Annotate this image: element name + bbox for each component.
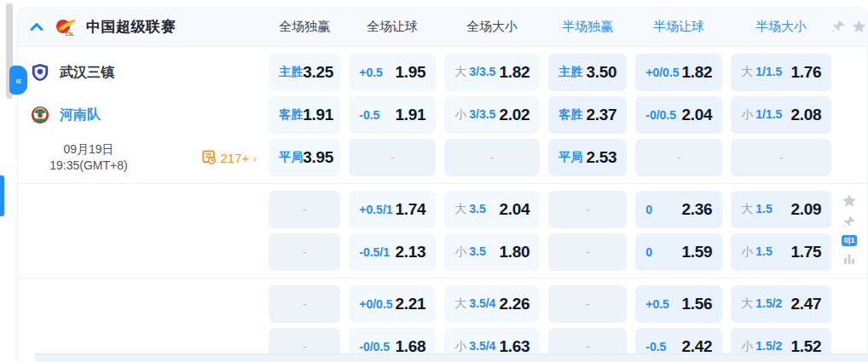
markets-list-clock-icon [201, 150, 217, 165]
odds-selection-label: 主胜 [279, 65, 303, 80]
odds-cell[interactable]: 大3.5/42.26 [444, 285, 540, 323]
column-header-half: 半场让球 [635, 19, 722, 35]
odds-cell-empty: - [548, 285, 627, 323]
odds-value: 2.47 [790, 295, 821, 313]
over-under-prefix: 大 [454, 202, 466, 215]
odds-cell[interactable]: 主胜3.50 [548, 54, 627, 91]
odds-cell[interactable]: 01.59 [635, 233, 722, 271]
odds-cell[interactable]: 小3.51.80 [444, 233, 540, 271]
stats-bar-chart-icon[interactable] [842, 252, 856, 266]
league-title: 中国超级联赛 [86, 17, 176, 37]
odds-cell[interactable]: +0.51.95 [349, 54, 436, 91]
odds-value: 1.80 [499, 243, 529, 261]
over-under-prefix: 大 [741, 296, 753, 310]
side-rail-spacer [831, 54, 867, 176]
odds-value: 1.76 [790, 63, 821, 82]
main-odds-section: 武汉三镇 河南队 09月19日 19:35(GMT+8) [18, 47, 867, 183]
odds-value: 2.36 [681, 200, 712, 219]
over-under-prefix: 小 [454, 339, 466, 353]
odds-cell[interactable]: 客胜1.91 [269, 96, 340, 134]
league-logo: CSL [55, 17, 77, 37]
column-header-full: 全场大小 [444, 19, 540, 35]
over-under-prefix: 小 [454, 244, 466, 258]
pin-match-icon[interactable] [842, 215, 856, 229]
info-spacer [18, 191, 269, 271]
odds-selection-label: 小3/3.5 [454, 107, 495, 123]
odds-cell-empty: - [269, 191, 340, 228]
odds-cell[interactable]: +0/0.51.82 [635, 54, 722, 91]
odds-value: 1.95 [395, 63, 425, 82]
over-under-prefix: 小 [741, 244, 753, 258]
odds-cell[interactable]: 主胜3.25 [269, 54, 340, 91]
odds-value: 1.91 [395, 106, 425, 124]
away-team-row[interactable]: 河南队 [18, 96, 269, 134]
collapse-league-chevron-up-icon[interactable] [28, 19, 45, 36]
odds-cell[interactable]: 平局2.53 [548, 139, 627, 176]
pin-league-icon[interactable] [831, 20, 846, 34]
odds-value: 1.82 [499, 63, 529, 82]
odds-value: 2.13 [395, 243, 425, 261]
odds-selection-label: +0.5 [645, 297, 669, 311]
odds-cell[interactable]: 大1/1.51.76 [731, 54, 831, 91]
odds-cell[interactable]: 小3/3.52.02 [444, 96, 540, 134]
side-rail-spacer [831, 285, 867, 362]
odds-cell[interactable]: -0/0.52.04 [635, 96, 722, 134]
odds-cell[interactable]: -0.5/12.13 [349, 233, 436, 271]
odds-cell[interactable]: -0.51.91 [349, 96, 436, 134]
odds-cell[interactable]: 大3.52.04 [444, 191, 540, 228]
odds-cell[interactable]: 小1/1.52.08 [731, 96, 831, 134]
home-team-row[interactable]: 武汉三镇 [18, 54, 269, 91]
odds-cell[interactable]: 客胜2.37 [548, 96, 627, 134]
odds-cell[interactable]: 大1.5/22.47 [731, 285, 831, 323]
odds-cell[interactable]: +0/0.52.21 [349, 285, 436, 323]
odds-selection-label: 小1.5 [741, 244, 772, 260]
more-markets-link[interactable]: 217+ › [201, 150, 257, 165]
secondary-odds-section-1: -+0.5/11.74大3.52.04-02.36大1.52.09--0.5/1… [18, 183, 867, 278]
odds-cell-empty: - [269, 233, 340, 271]
odds-value: 2.02 [499, 106, 529, 124]
odds-selection-label: -0.5 [645, 340, 666, 353]
league-header-left: CSL 中国超级联赛 [18, 17, 269, 37]
favorite-league-star-icon[interactable] [851, 19, 867, 35]
odds-selection-label: 0 [645, 245, 652, 259]
odds-cell[interactable]: 平局3.95 [269, 139, 340, 176]
over-under-prefix: 小 [741, 107, 753, 121]
odds-cell[interactable]: +0.5/11.74 [349, 191, 436, 228]
odds-cell[interactable]: 大1.52.09 [731, 191, 831, 228]
odds-cell[interactable]: 小1.51.75 [731, 233, 831, 271]
over-under-prefix: 大 [741, 202, 753, 215]
league-odds-card: CSL 中国超级联赛 全场独赢全场让球全场大小半场独赢半场让球半场大小 [17, 7, 868, 362]
favorite-match-star-icon[interactable] [841, 192, 858, 210]
odds-value: 1.59 [681, 243, 712, 261]
odds-cell[interactable]: 02.36 [635, 191, 722, 228]
odds-cell[interactable]: 大3/3.51.82 [444, 54, 540, 91]
odds-selection-label: 平局 [279, 150, 303, 165]
fulltime-odds-grid: 主胜3.25+0.51.95大3/3.51.82主胜3.50+0/0.51.82… [269, 54, 831, 176]
odds-value: 2.37 [586, 106, 616, 124]
odds-value: 2.04 [499, 200, 529, 219]
odds-selection-label: +0.5/1 [359, 203, 392, 216]
column-header-full: 全场独赢 [269, 19, 340, 35]
match-datetime: 09月19日 19:35(GMT+8) [37, 141, 141, 174]
league-header-icons [831, 19, 867, 35]
odds-cell[interactable]: +0.51.56 [635, 285, 722, 323]
odds-selection-label: 大3.5/4 [454, 296, 495, 312]
odds-cell-empty: - [548, 233, 627, 271]
collapse-sidebar-button[interactable]: « [9, 66, 27, 95]
odds-selection-label: 主胜 [558, 65, 582, 80]
info-spacer [18, 285, 269, 362]
odds-cell-empty: - [444, 139, 540, 176]
over-under-prefix: 大 [454, 296, 466, 310]
odds-value: 3.95 [303, 148, 333, 167]
corner-score-badge[interactable]: 0|1 [842, 235, 858, 246]
odds-selection-label: 大3/3.5 [454, 65, 495, 80]
odds-value: 2.09 [790, 200, 821, 219]
match-date: 09月19日 [37, 141, 141, 158]
secondary-odds-section-2: -+0/0.52.21大3.5/42.26-+0.51.56大1.5/22.47… [18, 278, 867, 362]
match-tools-rail: 0|1 [831, 191, 867, 271]
odds-selection-label: 大3.5 [454, 202, 485, 217]
odds-selection-label: 小3.5 [454, 244, 485, 260]
over-under-prefix: 小 [454, 107, 466, 121]
odds-value: 1.91 [303, 106, 333, 124]
odds-selection-label: 小3.5/4 [454, 339, 495, 354]
